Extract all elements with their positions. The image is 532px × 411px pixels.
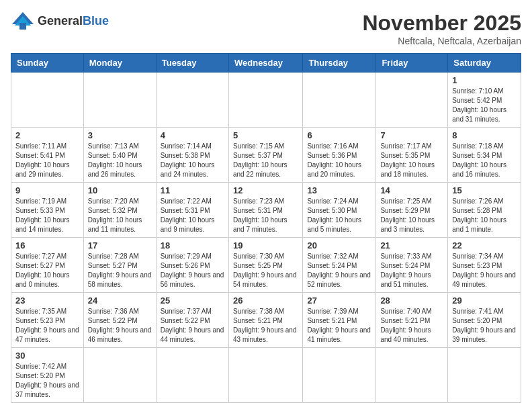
calendar-cell: 23Sunrise: 7:35 AM Sunset: 5:23 PM Dayli… — [11, 293, 84, 348]
calendar-table: SundayMondayTuesdayWednesdayThursdayFrid… — [11, 53, 521, 403]
day-of-week-header: Tuesday — [156, 54, 228, 73]
day-info: Sunrise: 7:34 AM Sunset: 5:23 PM Dayligh… — [452, 252, 517, 289]
day-info: Sunrise: 7:39 AM Sunset: 5:21 PM Dayligh… — [307, 307, 371, 345]
day-number: 7 — [380, 130, 443, 140]
calendar-cell — [11, 73, 84, 128]
day-info: Sunrise: 7:16 AM Sunset: 5:36 PM Dayligh… — [307, 142, 371, 179]
calendar-cell: 13Sunrise: 7:24 AM Sunset: 5:30 PM Dayli… — [303, 183, 376, 238]
calendar-cell: 7Sunrise: 7:17 AM Sunset: 5:35 PM Daylig… — [376, 128, 448, 183]
calendar-cell: 8Sunrise: 7:18 AM Sunset: 5:34 PM Daylig… — [448, 128, 521, 183]
day-number: 24 — [88, 295, 152, 306]
calendar-cell: 24Sunrise: 7:36 AM Sunset: 5:22 PM Dayli… — [83, 293, 156, 348]
day-info: Sunrise: 7:15 AM Sunset: 5:37 PM Dayligh… — [233, 142, 298, 179]
calendar-cell: 5Sunrise: 7:15 AM Sunset: 5:37 PM Daylig… — [228, 128, 302, 183]
day-info: Sunrise: 7:19 AM Sunset: 5:33 PM Dayligh… — [15, 197, 79, 234]
day-number: 20 — [307, 240, 371, 250]
day-info: Sunrise: 7:14 AM Sunset: 5:38 PM Dayligh… — [161, 142, 224, 179]
calendar-cell: 11Sunrise: 7:22 AM Sunset: 5:31 PM Dayli… — [156, 183, 228, 238]
calendar-cell — [156, 73, 228, 128]
day-info: Sunrise: 7:10 AM Sunset: 5:42 PM Dayligh… — [452, 87, 517, 124]
day-info: Sunrise: 7:25 AM Sunset: 5:29 PM Dayligh… — [380, 197, 443, 234]
calendar-cell: 18Sunrise: 7:29 AM Sunset: 5:26 PM Dayli… — [156, 238, 228, 293]
month-year: November 2025 — [362, 11, 521, 36]
day-number: 5 — [233, 130, 298, 140]
calendar-cell: 27Sunrise: 7:39 AM Sunset: 5:21 PM Dayli… — [303, 293, 376, 348]
calendar-cell: 17Sunrise: 7:28 AM Sunset: 5:27 PM Dayli… — [83, 238, 156, 293]
calendar-cell — [303, 348, 376, 403]
calendar-cell: 14Sunrise: 7:25 AM Sunset: 5:29 PM Dayli… — [376, 183, 448, 238]
day-number: 23 — [15, 295, 79, 306]
calendar-week-row: 30Sunrise: 7:42 AM Sunset: 5:20 PM Dayli… — [11, 348, 521, 403]
day-number: 1 — [452, 75, 517, 85]
day-number: 21 — [380, 240, 443, 250]
calendar-cell: 3Sunrise: 7:13 AM Sunset: 5:40 PM Daylig… — [83, 128, 156, 183]
logo-text: GeneralBlue — [38, 14, 109, 28]
calendar-cell: 15Sunrise: 7:26 AM Sunset: 5:28 PM Dayli… — [448, 183, 521, 238]
day-number: 16 — [15, 240, 79, 250]
day-of-week-header: Wednesday — [228, 54, 302, 73]
calendar-cell — [228, 348, 302, 403]
day-number: 18 — [161, 240, 224, 250]
calendar-cell: 9Sunrise: 7:19 AM Sunset: 5:33 PM Daylig… — [11, 183, 84, 238]
day-number: 2 — [15, 130, 79, 140]
day-info: Sunrise: 7:33 AM Sunset: 5:24 PM Dayligh… — [380, 252, 443, 289]
calendar-cell — [83, 348, 156, 403]
day-number: 25 — [161, 295, 224, 306]
day-number: 8 — [452, 130, 517, 140]
logo: GeneralBlue — [11, 11, 109, 31]
day-number: 15 — [452, 185, 517, 195]
calendar-week-row: 16Sunrise: 7:27 AM Sunset: 5:27 PM Dayli… — [11, 238, 521, 293]
calendar-week-row: 9Sunrise: 7:19 AM Sunset: 5:33 PM Daylig… — [11, 183, 521, 238]
calendar-cell: 25Sunrise: 7:37 AM Sunset: 5:22 PM Dayli… — [156, 293, 228, 348]
day-number: 28 — [380, 295, 443, 306]
calendar-week-row: 2Sunrise: 7:11 AM Sunset: 5:41 PM Daylig… — [11, 128, 521, 183]
calendar-cell: 29Sunrise: 7:41 AM Sunset: 5:20 PM Dayli… — [448, 293, 521, 348]
day-info: Sunrise: 7:22 AM Sunset: 5:31 PM Dayligh… — [161, 197, 224, 234]
day-info: Sunrise: 7:32 AM Sunset: 5:24 PM Dayligh… — [307, 252, 371, 289]
day-info: Sunrise: 7:23 AM Sunset: 5:31 PM Dayligh… — [233, 197, 298, 234]
day-info: Sunrise: 7:18 AM Sunset: 5:34 PM Dayligh… — [452, 142, 517, 179]
calendar-cell: 1Sunrise: 7:10 AM Sunset: 5:42 PM Daylig… — [448, 73, 521, 128]
day-number: 17 — [88, 240, 152, 250]
calendar-cell: 12Sunrise: 7:23 AM Sunset: 5:31 PM Dayli… — [228, 183, 302, 238]
calendar-cell: 28Sunrise: 7:40 AM Sunset: 5:21 PM Dayli… — [376, 293, 448, 348]
day-info: Sunrise: 7:28 AM Sunset: 5:27 PM Dayligh… — [88, 252, 152, 289]
day-info: Sunrise: 7:41 AM Sunset: 5:20 PM Dayligh… — [452, 307, 517, 345]
calendar-cell: 21Sunrise: 7:33 AM Sunset: 5:24 PM Dayli… — [376, 238, 448, 293]
day-number: 6 — [307, 130, 371, 140]
day-of-week-header: Thursday — [303, 54, 376, 73]
calendar-cell: 22Sunrise: 7:34 AM Sunset: 5:23 PM Dayli… — [448, 238, 521, 293]
title-section: November 2025 Neftcala, Neftcala, Azerba… — [362, 11, 521, 46]
day-info: Sunrise: 7:24 AM Sunset: 5:30 PM Dayligh… — [307, 197, 371, 234]
day-number: 29 — [452, 295, 517, 306]
calendar-cell — [376, 73, 448, 128]
day-info: Sunrise: 7:38 AM Sunset: 5:21 PM Dayligh… — [233, 307, 298, 345]
calendar-cell — [156, 348, 228, 403]
day-info: Sunrise: 7:11 AM Sunset: 5:41 PM Dayligh… — [15, 142, 79, 179]
day-info: Sunrise: 7:37 AM Sunset: 5:22 PM Dayligh… — [161, 307, 224, 345]
day-of-week-header: Saturday — [448, 54, 521, 73]
day-number: 14 — [380, 185, 443, 195]
day-number: 4 — [161, 130, 224, 140]
day-of-week-header: Sunday — [11, 54, 84, 73]
day-number: 12 — [233, 185, 298, 195]
header: GeneralBlue November 2025 Neftcala, Neft… — [11, 11, 521, 46]
calendar-cell: 19Sunrise: 7:30 AM Sunset: 5:25 PM Dayli… — [228, 238, 302, 293]
day-info: Sunrise: 7:30 AM Sunset: 5:25 PM Dayligh… — [233, 252, 298, 289]
calendar-cell — [376, 348, 448, 403]
day-info: Sunrise: 7:13 AM Sunset: 5:40 PM Dayligh… — [88, 142, 152, 179]
day-number: 9 — [15, 185, 79, 195]
calendar-week-row: 23Sunrise: 7:35 AM Sunset: 5:23 PM Dayli… — [11, 293, 521, 348]
calendar-cell: 20Sunrise: 7:32 AM Sunset: 5:24 PM Dayli… — [303, 238, 376, 293]
calendar-week-row: 1Sunrise: 7:10 AM Sunset: 5:42 PM Daylig… — [11, 73, 521, 128]
day-number: 19 — [233, 240, 298, 250]
svg-rect-3 — [19, 23, 26, 30]
day-number: 27 — [307, 295, 371, 306]
calendar-cell — [228, 73, 302, 128]
location: Neftcala, Neftcala, Azerbaijan — [362, 36, 521, 46]
calendar-cell: 6Sunrise: 7:16 AM Sunset: 5:36 PM Daylig… — [303, 128, 376, 183]
calendar-cell: 16Sunrise: 7:27 AM Sunset: 5:27 PM Dayli… — [11, 238, 84, 293]
day-of-week-header: Friday — [376, 54, 448, 73]
day-info: Sunrise: 7:40 AM Sunset: 5:21 PM Dayligh… — [380, 307, 443, 345]
day-number: 10 — [88, 185, 152, 195]
